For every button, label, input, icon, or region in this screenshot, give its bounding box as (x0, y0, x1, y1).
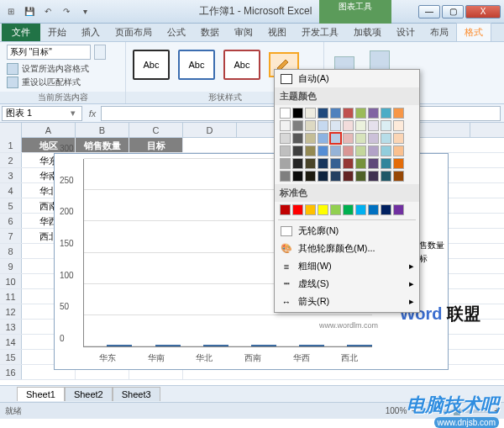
theme-swatch[interactable] (292, 133, 303, 144)
standard-swatch[interactable] (393, 204, 404, 215)
close-button[interactable]: X (465, 5, 501, 18)
sheet-tab-2[interactable]: Sheet2 (65, 387, 113, 401)
shape-style-3[interactable]: Abc (223, 50, 260, 80)
theme-swatch[interactable] (355, 145, 366, 156)
theme-swatch[interactable] (355, 158, 366, 169)
shape-style-1[interactable]: Abc (133, 50, 170, 80)
more-colors-item[interactable]: 🎨 其他轮廓颜色(M)... (275, 240, 419, 257)
sheet-tab-1[interactable]: Sheet1 (17, 387, 65, 401)
theme-swatch[interactable] (330, 171, 341, 182)
theme-swatch[interactable] (292, 120, 303, 131)
standard-swatch[interactable] (381, 204, 391, 215)
reset-style-button[interactable]: 重设以匹配样式 (7, 77, 118, 88)
theme-swatch[interactable] (355, 108, 366, 119)
theme-swatch[interactable] (280, 145, 291, 156)
row-header[interactable]: 6 (0, 214, 22, 228)
standard-swatch[interactable] (280, 204, 291, 215)
theme-swatch[interactable] (368, 171, 379, 182)
tab-review[interactable]: 审阅 (227, 24, 260, 41)
tab-formulas[interactable]: 公式 (160, 24, 193, 41)
tab-insert[interactable]: 插入 (74, 24, 108, 41)
row-header[interactable]: 1 (0, 138, 22, 152)
theme-swatch[interactable] (368, 145, 379, 156)
row-header[interactable]: 13 (0, 320, 22, 334)
theme-swatch[interactable] (280, 171, 291, 182)
theme-swatch[interactable] (280, 108, 291, 119)
maximize-button[interactable]: ▢ (442, 5, 464, 18)
zoom-out-icon[interactable]: − (412, 406, 417, 415)
zoom-control[interactable]: 100% − + (386, 406, 499, 415)
undo-icon[interactable]: ↶ (40, 4, 55, 19)
tab-addins[interactable]: 加载项 (346, 24, 389, 41)
row-header[interactable]: 14 (0, 335, 22, 349)
standard-swatch[interactable] (318, 204, 328, 215)
theme-swatch[interactable] (330, 145, 341, 156)
zoom-in-icon[interactable]: + (494, 406, 499, 415)
row-header[interactable]: 11 (0, 289, 22, 304)
tab-format[interactable]: 格式 (456, 23, 491, 41)
auto-color-item[interactable]: 自动(A) (275, 70, 419, 87)
col-D[interactable]: D (183, 123, 237, 137)
zoom-thumb[interactable] (454, 407, 460, 415)
tab-page-layout[interactable]: 页面布局 (108, 24, 160, 41)
theme-swatch[interactable] (292, 158, 303, 169)
row-header[interactable]: 9 (0, 259, 22, 273)
standard-swatch[interactable] (368, 204, 379, 215)
redo-icon[interactable]: ↷ (59, 4, 74, 19)
theme-swatch[interactable] (330, 133, 341, 144)
theme-swatch[interactable] (355, 133, 366, 144)
theme-swatch[interactable] (343, 158, 354, 169)
row-header[interactable]: 10 (0, 274, 22, 288)
theme-swatch[interactable] (381, 133, 391, 144)
row-header[interactable]: 15 (0, 350, 22, 364)
theme-swatch[interactable] (305, 171, 316, 182)
theme-swatch[interactable] (355, 171, 366, 182)
theme-swatch[interactable] (330, 120, 341, 131)
tab-design[interactable]: 设计 (389, 24, 423, 41)
arrows-item[interactable]: ↔ 箭头(R) ▸ (275, 293, 419, 310)
theme-swatch[interactable] (393, 145, 404, 156)
standard-swatch[interactable] (330, 204, 341, 215)
theme-swatch[interactable] (305, 133, 316, 144)
tab-data[interactable]: 数据 (193, 24, 227, 41)
theme-swatch[interactable] (330, 108, 341, 119)
cell[interactable]: 目标 (129, 138, 183, 152)
tab-view[interactable]: 视图 (260, 24, 294, 41)
theme-swatch[interactable] (280, 133, 291, 144)
theme-swatch[interactable] (381, 158, 391, 169)
tab-home[interactable]: 开始 (40, 24, 74, 41)
qat-dropdown-icon[interactable]: ▾ (77, 4, 92, 19)
excel-icon[interactable]: ⊞ (3, 4, 18, 19)
standard-swatch[interactable] (305, 204, 316, 215)
row-header[interactable]: 8 (0, 244, 22, 258)
theme-swatch[interactable] (292, 171, 303, 182)
theme-swatch[interactable] (280, 158, 291, 169)
row-header[interactable]: 16 (0, 365, 22, 379)
theme-swatch[interactable] (305, 120, 316, 131)
row-header[interactable]: 7 (0, 229, 22, 243)
theme-swatch[interactable] (393, 171, 404, 182)
theme-swatch[interactable] (343, 145, 354, 156)
select-all[interactable] (0, 123, 22, 138)
dashes-item[interactable]: ┉ 虚线(S) ▸ (275, 275, 419, 293)
standard-swatch[interactable] (343, 204, 354, 215)
standard-swatch[interactable] (355, 204, 366, 215)
zoom-slider[interactable] (422, 410, 489, 413)
tab-file[interactable]: 文件 (2, 24, 40, 41)
col-A[interactable]: A (22, 123, 76, 137)
theme-swatch[interactable] (330, 158, 341, 169)
theme-swatch[interactable] (343, 120, 354, 131)
theme-swatch[interactable] (381, 120, 391, 131)
theme-swatch[interactable] (368, 158, 379, 169)
tab-developer[interactable]: 开发工具 (294, 24, 346, 41)
theme-swatch[interactable] (318, 108, 328, 119)
theme-swatch[interactable] (343, 133, 354, 144)
fx-button[interactable]: fx (84, 108, 101, 119)
theme-swatch[interactable] (393, 120, 404, 131)
theme-swatch[interactable] (318, 145, 328, 156)
weight-item[interactable]: ≡ 粗细(W) ▸ (275, 257, 419, 275)
row-header[interactable]: 12 (0, 304, 22, 319)
theme-swatch[interactable] (318, 133, 328, 144)
format-selection-button[interactable]: 设置所选内容格式 (7, 63, 118, 75)
theme-swatch[interactable] (368, 120, 379, 131)
